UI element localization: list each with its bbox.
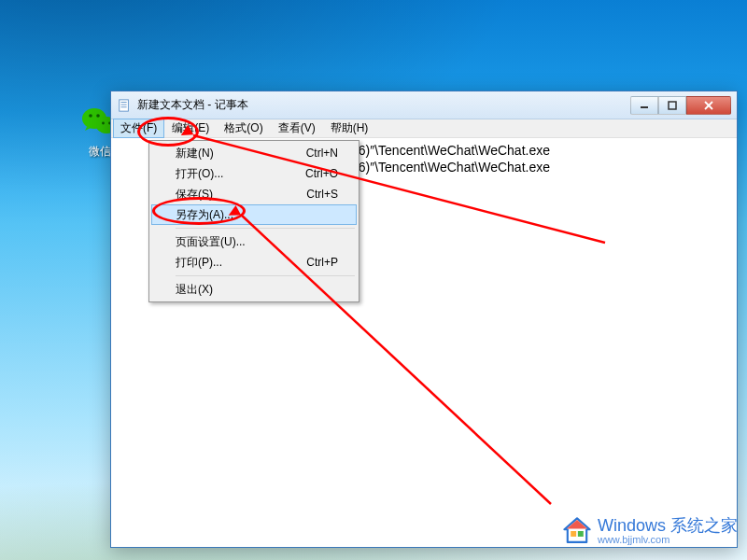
watermark: Windows 系统之家 www.bjjmlv.com bbox=[560, 515, 738, 547]
file-menu-dropdown: 新建(N) Ctrl+N 打开(O)... Ctrl+O 保存(S) Ctrl+… bbox=[148, 140, 359, 302]
menu-saveas[interactable]: 另存为(A)... bbox=[151, 204, 357, 225]
menu-open[interactable]: 打开(O)... Ctrl+O bbox=[151, 163, 357, 184]
notepad-icon bbox=[117, 98, 132, 113]
menu-print[interactable]: 打印(P)... Ctrl+P bbox=[151, 252, 357, 273]
menu-separator bbox=[176, 275, 355, 276]
menu-file[interactable]: 文件(F) bbox=[113, 119, 164, 138]
svg-point-6 bbox=[102, 122, 105, 125]
menu-save[interactable]: 保存(S) Ctrl+S bbox=[151, 184, 357, 204]
house-icon bbox=[560, 515, 594, 547]
svg-rect-8 bbox=[120, 99, 129, 110]
menu-help[interactable]: 帮助(H) bbox=[323, 119, 376, 138]
menu-format[interactable]: 格式(O) bbox=[217, 119, 270, 138]
svg-point-5 bbox=[96, 114, 100, 118]
watermark-sub: www.bjjmlv.com bbox=[598, 535, 738, 546]
menu-exit[interactable]: 退出(X) bbox=[151, 279, 357, 300]
close-button[interactable] bbox=[686, 96, 731, 115]
menubar: 文件(F) 编辑(E) 格式(O) 查看(V) 帮助(H) bbox=[111, 119, 737, 138]
menu-edit[interactable]: 编辑(E) bbox=[164, 119, 217, 138]
menu-new[interactable]: 新建(N) Ctrl+N bbox=[151, 143, 357, 163]
menu-view[interactable]: 查看(V) bbox=[271, 119, 323, 138]
maximize-button[interactable] bbox=[658, 96, 686, 115]
menu-separator bbox=[176, 228, 355, 229]
svg-rect-13 bbox=[669, 102, 676, 109]
watermark-main: Windows 系统之家 bbox=[598, 517, 738, 535]
window-title: 新建文本文档 - 记事本 bbox=[137, 97, 630, 113]
menu-pagesetup[interactable]: 页面设置(U)... bbox=[151, 231, 357, 252]
svg-point-4 bbox=[89, 114, 92, 118]
text-line-2: x86)″\Tencent\WeChat\WeChat.exe bbox=[345, 159, 550, 175]
svg-rect-18 bbox=[571, 531, 576, 537]
svg-rect-19 bbox=[578, 531, 584, 537]
text-line-1: x86)″\Tencent\WeChat\WeChat.exe bbox=[345, 142, 550, 159]
titlebar[interactable]: 新建文本文档 - 记事本 bbox=[111, 91, 737, 119]
minimize-button[interactable] bbox=[630, 96, 658, 115]
